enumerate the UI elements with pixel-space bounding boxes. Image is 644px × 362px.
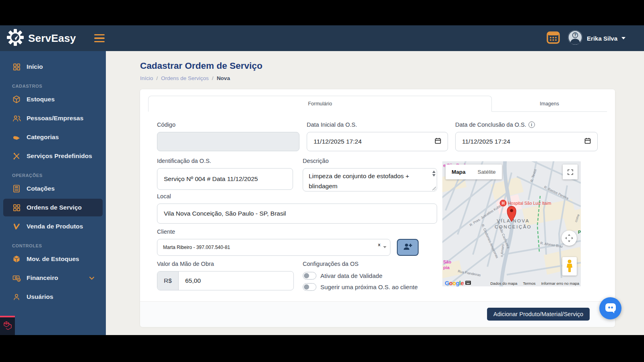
chat-widget-button[interactable] xyxy=(599,297,621,319)
tab-imagens[interactable]: Imagens xyxy=(492,96,607,112)
user-icon xyxy=(12,293,21,301)
identificacao-value: Serviço Nº 004 # Data 11/12/2025 xyxy=(164,175,258,183)
sidebar-section-cadastros: CADASTROS xyxy=(12,83,106,89)
page-title: Cadastrar Ordem de Serviço xyxy=(140,61,644,71)
identificacao-label: Identificação da O.S. xyxy=(157,158,211,164)
tag-icon xyxy=(12,134,21,141)
brand-name: ServEasy xyxy=(28,32,76,45)
calendar-button[interactable] xyxy=(546,31,560,45)
sidebar-item-estoques[interactable]: Estoques xyxy=(3,90,103,108)
avatar: ? xyxy=(568,30,583,47)
sidebar-item-financeiro[interactable]: $ Financeiro xyxy=(3,269,103,287)
pegman-control[interactable] xyxy=(562,257,577,276)
debugbar-toggle[interactable] xyxy=(0,316,15,335)
map-data-link[interactable]: Dados do mapa xyxy=(490,281,517,286)
sidebar-item-label: Categorias xyxy=(27,134,59,141)
sidebar-item-mov-de-estoques[interactable]: Mov. de Estoques xyxy=(3,250,103,268)
sidebar-item-venda-de-produtos[interactable]: Venda de Produtos xyxy=(3,218,103,235)
fullscreen-icon xyxy=(567,169,574,175)
breadcrumb-section[interactable]: Ordens de Serviços xyxy=(161,75,209,81)
pan-control[interactable] xyxy=(561,230,577,246)
google-map[interactable]: R. Pres. Juscelino Kubits R. Bastos Pere… xyxy=(442,161,581,286)
sidebar-item-label: Usuários xyxy=(27,293,53,300)
sidebar-item-inicio[interactable]: Início xyxy=(3,58,103,76)
sidebar-item-label: Estoques xyxy=(27,96,55,103)
codigo-field xyxy=(157,132,299,151)
tab-bar: Formulário Imagens xyxy=(148,96,607,112)
sidebar-item-ordens-de-servico[interactable]: Ordens de Serviço xyxy=(3,199,103,216)
data-inicial-field[interactable]: 11/12/2025 17:24 xyxy=(307,132,448,151)
sidebar-item-usuarios[interactable]: Usuários xyxy=(3,288,103,306)
sidebar-item-label: Início xyxy=(27,63,43,70)
calendar-icon[interactable] xyxy=(584,138,591,146)
data-inicial-label: Data Inicial da O.S. xyxy=(307,121,357,128)
sidebar-item-label: Serviços Predefinidos xyxy=(27,152,92,160)
money-icon: $ xyxy=(12,274,21,282)
user-menu[interactable]: ? Erika Silva xyxy=(568,30,625,47)
config-label: Configurações da OS xyxy=(303,261,359,267)
toggle-validade-switch[interactable] xyxy=(303,272,316,280)
calendar-icon[interactable] xyxy=(435,138,441,146)
poi-label-park: P xyxy=(578,230,581,234)
identificacao-field[interactable]: Serviço Nº 004 # Data 11/12/2025 xyxy=(157,168,293,190)
descricao-label: Descrição xyxy=(303,158,328,164)
pan-arrows-icon xyxy=(564,233,574,243)
sidebar-item-servicos-predefinidos[interactable]: Serviços Predefinidos xyxy=(3,147,103,165)
box-icon xyxy=(12,95,21,103)
user-name: Erika Silva xyxy=(587,35,617,42)
hamburger-menu-icon[interactable] xyxy=(93,33,106,44)
grid-icon xyxy=(12,204,21,212)
grid-icon xyxy=(12,63,21,71)
calendar-icon xyxy=(547,31,560,46)
data-inicial-value: 11/12/2025 17:24 xyxy=(314,138,362,145)
fullscreen-button[interactable] xyxy=(563,165,578,179)
sidebar-item-pessoas-empresas[interactable]: Pessoas/Empresas xyxy=(3,109,103,127)
chevron-down-icon xyxy=(621,37,625,39)
sidebar-item-categorias[interactable]: Categorias xyxy=(3,128,103,146)
brand-logo[interactable]: ServEasy xyxy=(0,29,85,48)
toggle-validade-row: Ativar data de Validade xyxy=(303,272,382,280)
valor-value[interactable]: 65,00 xyxy=(179,272,293,290)
toggle-proxima-row: Sugerir uma próxima O.S. ao cliente xyxy=(303,283,418,291)
toggle-validade-label: Ativar data de Validade xyxy=(320,272,382,279)
sidebar-item-cotacoes[interactable]: Cotações xyxy=(3,180,103,197)
local-field[interactable]: Vila Nova Conceição, São Paulo - SP, Bra… xyxy=(157,204,437,224)
info-icon[interactable]: i xyxy=(528,121,535,128)
v-icon xyxy=(12,223,21,230)
map-footer: Google Dados do mapa Termos Informar err… xyxy=(442,280,581,286)
clear-icon[interactable]: x xyxy=(378,242,380,247)
map-report-error-link[interactable]: Informar erro no mapa xyxy=(541,281,579,286)
number-spinner-icon[interactable] xyxy=(432,171,436,177)
map-terms-link[interactable]: Termos xyxy=(523,281,535,286)
valor-field[interactable]: R$ 65,00 xyxy=(157,271,294,290)
data-conclusao-value: 11/12/2025 17:24 xyxy=(462,138,510,145)
breadcrumb-separator: / xyxy=(156,75,158,81)
data-conclusao-label: Data de Conclusão da O.S. i xyxy=(455,121,535,128)
satellite-mode-button[interactable]: Satélite xyxy=(472,165,502,179)
form-card: Formulário Imagens Código Data Inicial d… xyxy=(140,89,615,327)
sidebar-item-label: Financeiro xyxy=(27,274,58,282)
cliente-select[interactable]: Marta Ribeiro - 397.007.540-81 x xyxy=(157,239,390,256)
descricao-field[interactable]: Limpeza de conjunto de estofados + blind… xyxy=(303,168,437,191)
topbar-actions: ? Erika Silva xyxy=(546,30,644,47)
laravel-icon xyxy=(3,320,12,332)
sidebar-item-label: Cotações xyxy=(27,185,55,192)
codigo-label: Código xyxy=(157,121,175,128)
add-client-button[interactable] xyxy=(397,239,419,256)
chat-bubble-icon xyxy=(605,303,616,314)
keyboard-icon[interactable] xyxy=(465,281,471,286)
sidebar-item-label: Ordens de Serviço xyxy=(27,204,82,211)
tab-formulario[interactable]: Formulário xyxy=(148,96,492,112)
data-conclusao-label-text: Data de Conclusão da O.S. xyxy=(455,121,526,128)
chevron-down-icon xyxy=(383,246,386,248)
data-conclusao-field[interactable]: 11/12/2025 17:24 xyxy=(455,132,598,151)
resize-handle-icon[interactable] xyxy=(432,186,436,190)
top-bar: ServEasy xyxy=(0,25,644,51)
toggle-proxima-switch[interactable] xyxy=(303,283,316,291)
map-type-control: Mapa Satélite xyxy=(446,165,502,179)
add-product-material-service-button[interactable]: Adicionar Produto/Material/Serviço xyxy=(487,308,590,321)
map-mode-button[interactable]: Mapa xyxy=(446,165,472,179)
breadcrumb-home[interactable]: Início xyxy=(140,75,153,81)
box-filled-icon xyxy=(12,255,21,263)
card-footer: Adicionar Produto/Material/Serviço xyxy=(140,301,615,327)
